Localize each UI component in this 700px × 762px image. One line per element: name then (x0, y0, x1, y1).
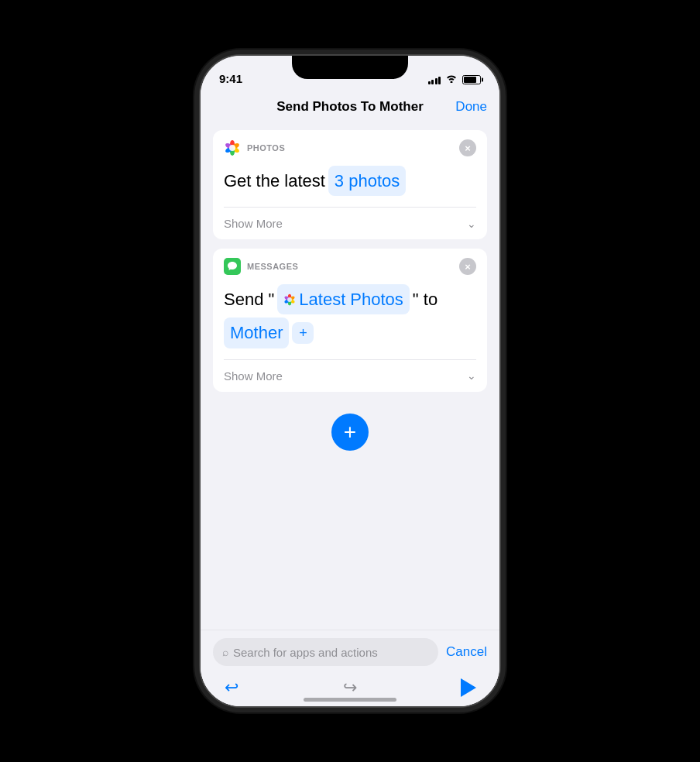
redo-button[interactable]: ↪ (338, 675, 362, 700)
latest-photos-pill[interactable]: Latest Photos (277, 284, 410, 314)
svg-point-15 (287, 297, 292, 302)
messages-card: MESSAGES × Send " (213, 249, 487, 391)
photos-card-close[interactable]: × (459, 139, 476, 156)
send-text-suffix: " to (413, 286, 438, 313)
bottom-controls: ↩ ↪ (213, 675, 487, 700)
messages-recipients-row: Mother + (224, 318, 476, 348)
nav-title: Send Photos To Mother (276, 99, 424, 115)
messages-chevron-icon: ⌄ (467, 369, 476, 382)
search-icon: ⌕ (222, 646, 228, 658)
signal-icon (428, 75, 441, 84)
mother-pill[interactable]: Mother (224, 318, 289, 348)
photos-card-label: PHOTOS (247, 143, 453, 153)
messages-card-body: Send " (213, 281, 487, 359)
photos-card: PHOTOS × Get the latest 3 photos Show Mo… (213, 130, 487, 239)
redo-icon: ↪ (343, 678, 357, 698)
messages-show-more[interactable]: Show More ⌄ (213, 360, 487, 392)
main-content: Send Photos To Mother Done (201, 90, 499, 706)
scroll-area: PHOTOS × Get the latest 3 photos Show Mo… (201, 124, 499, 630)
photos-card-body: Get the latest 3 photos (213, 163, 487, 207)
search-placeholder: Search for apps and actions (233, 646, 378, 659)
nav-header: Send Photos To Mother Done (201, 90, 499, 124)
photos-app-icon (224, 139, 241, 156)
phone-frame: 9:41 Send Photos (199, 54, 501, 708)
messages-send-row: Send " (224, 284, 476, 314)
messages-card-close[interactable]: × (459, 258, 476, 275)
undo-icon: ↩ (225, 678, 238, 698)
messages-card-header: MESSAGES × (213, 249, 487, 281)
wifi-icon (445, 74, 458, 85)
photos-card-header: PHOTOS × (213, 130, 487, 163)
battery-icon (462, 75, 481, 84)
done-button[interactable]: Done (455, 99, 487, 115)
search-bar[interactable]: ⌕ Search for apps and actions (213, 638, 438, 666)
home-indicator (304, 698, 396, 702)
svg-point-7 (229, 145, 235, 151)
messages-app-icon (224, 258, 241, 275)
cancel-button[interactable]: Cancel (446, 644, 487, 660)
photos-chevron-icon: ⌄ (467, 218, 476, 230)
play-icon (461, 678, 476, 697)
get-latest-text: Get the latest (224, 167, 325, 194)
search-bar-row: ⌕ Search for apps and actions Cancel (213, 638, 487, 666)
messages-show-more-label: Show More (224, 369, 283, 383)
send-text-prefix: Send " (224, 286, 274, 313)
status-icons (428, 74, 482, 85)
photos-count-pill[interactable]: 3 photos (328, 166, 406, 196)
play-button[interactable] (456, 675, 481, 700)
notch (292, 56, 408, 79)
messages-card-label: MESSAGES (247, 262, 453, 271)
photos-show-more[interactable]: Show More ⌄ (213, 208, 487, 239)
photos-body-line: Get the latest 3 photos (224, 166, 476, 196)
photos-show-more-label: Show More (224, 217, 283, 230)
status-time: 9:41 (219, 72, 242, 85)
bottom-area: ⌕ Search for apps and actions Cancel ↩ ↪ (201, 630, 499, 706)
add-action-area: + (213, 401, 487, 457)
undo-button[interactable]: ↩ (219, 675, 244, 700)
add-recipient-pill[interactable]: + (292, 322, 314, 344)
add-action-button[interactable]: + (331, 414, 369, 451)
nav-title-text: Send Photos To Mother (276, 99, 424, 115)
